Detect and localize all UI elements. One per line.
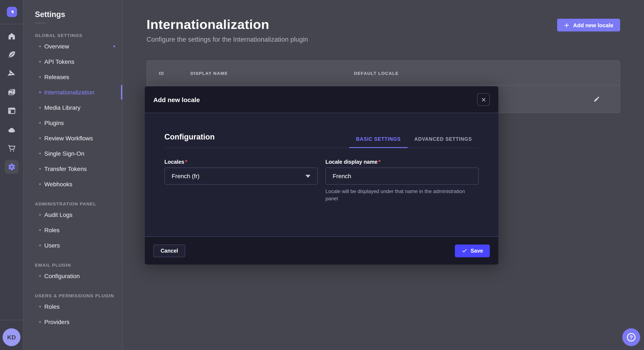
cancel-button[interactable]: Cancel [153, 244, 185, 257]
bullet-icon [39, 183, 41, 185]
locales-label: Locales* [164, 159, 318, 165]
bullet-icon [39, 245, 41, 246]
bullet-icon [39, 229, 41, 231]
sidebar-item-releases[interactable]: Releases [24, 69, 122, 85]
page-subtitle: Configure the settings for the Internati… [146, 36, 620, 43]
required-asterisk: * [184, 159, 187, 165]
nav-section-label: USERS & PERMISSIONS PLUGIN [24, 292, 122, 299]
close-modal-button[interactable] [477, 93, 490, 106]
content-feather-icon[interactable] [0, 47, 24, 62]
strapi-logo[interactable] [7, 7, 17, 17]
display-name-hint: Locale will be displayed under that name… [326, 188, 479, 202]
nav-section-label: ADMINISTRATION PANEL [24, 200, 122, 207]
rail-divider [0, 24, 24, 24]
bullet-icon [39, 122, 41, 124]
help-button[interactable]: ? [622, 328, 640, 346]
main-nav-rail: KD [0, 0, 24, 350]
column-header-id: ID [159, 70, 190, 75]
strapi-admin: KD Settings GLOBAL SETTINGS Overview API… [0, 0, 644, 350]
edit-locale-button[interactable] [593, 96, 600, 103]
configuration-title: Configuration [164, 133, 215, 148]
add-new-locale-button[interactable]: Add new locale [557, 19, 620, 31]
settings-subnav: Settings GLOBAL SETTINGS Overview API To… [24, 0, 123, 350]
sidebar-item-internationalization[interactable]: Internationalization [24, 85, 122, 100]
sidebar-item-roles[interactable]: Roles [24, 222, 122, 238]
add-locale-modal: Add new locale Configuration BASIC SETTI… [145, 86, 498, 265]
bullet-icon [39, 214, 41, 216]
sidebar-item-overview[interactable]: Overview [24, 39, 122, 54]
sidebar-item-users[interactable]: Users [24, 238, 122, 253]
pencil-icon [593, 96, 600, 103]
content-manager-layout-icon[interactable] [0, 103, 24, 118]
cloud-icon[interactable] [0, 123, 24, 137]
modal-footer: Cancel Save [145, 236, 498, 265]
sidebar-item-transfer-tokens[interactable]: Transfer Tokens [24, 161, 122, 176]
column-header-default-locale: DEFAULT LOCALE [354, 70, 620, 75]
check-icon [462, 248, 467, 253]
display-name-label: Locale display name* [326, 159, 479, 165]
subnav-title-underline [35, 22, 46, 23]
required-asterisk: * [378, 159, 380, 165]
active-indicator [121, 85, 122, 100]
bullet-icon [39, 321, 41, 323]
save-button[interactable]: Save [455, 244, 490, 257]
sidebar-item-api-tokens[interactable]: API Tokens [24, 54, 122, 69]
chevron-down-icon [306, 175, 310, 177]
plus-icon [564, 22, 570, 28]
sidebar-item-webhooks[interactable]: Webhooks [24, 176, 122, 192]
page-header: Internationalization Configure the setti… [146, 17, 620, 43]
configuration-header-row: Configuration BASIC SETTINGS ADVANCED SE… [164, 133, 479, 148]
modal-header: Add new locale [145, 86, 498, 113]
sidebar-item-media-library[interactable]: Media Library [24, 100, 122, 115]
sidebar-item-up-roles[interactable]: Roles [24, 299, 122, 314]
nav-section-admin-panel: ADMINISTRATION PANEL Audit Logs Roles Us… [24, 200, 122, 253]
tab-basic-settings[interactable]: BASIC SETTINGS [349, 137, 408, 148]
bullet-icon [39, 275, 41, 277]
bullet-icon [39, 306, 41, 308]
modal-fields: Locales* French (fr) Locale display name… [164, 159, 479, 202]
nav-section-users-permissions: USERS & PERMISSIONS PLUGIN Roles Provide… [24, 292, 122, 330]
bullet-icon [39, 45, 41, 47]
bullet-icon [39, 137, 41, 139]
sidebar-item-plugins[interactable]: Plugins [24, 115, 122, 131]
page-title: Internationalization [146, 17, 620, 32]
sidebar-item-review-workflows[interactable]: Review Workflows [24, 131, 122, 146]
column-header-display-name: DISPLAY NAME [190, 70, 354, 75]
sidebar-item-configuration[interactable]: Configuration [24, 268, 122, 284]
sidebar-item-providers[interactable]: Providers [24, 314, 122, 330]
bullet-icon [39, 107, 41, 108]
bullet-icon [39, 91, 41, 93]
modal-title: Add new locale [153, 96, 200, 103]
locales-field: Locales* French (fr) [164, 159, 318, 202]
tab-advanced-settings[interactable]: ADVANCED SETTINGS [408, 137, 479, 148]
nav-section-label: EMAIL PLUGIN [24, 262, 122, 268]
locales-select[interactable]: French (fr) [164, 168, 318, 184]
display-name-field: Locale display name* Locale will be disp… [326, 159, 479, 202]
display-name-input[interactable] [326, 168, 479, 184]
nav-section-email-plugin: EMAIL PLUGIN Configuration [24, 262, 122, 284]
sidebar-item-single-sign-on[interactable]: Single Sign-On [24, 146, 122, 161]
notification-dot [113, 45, 115, 47]
user-avatar[interactable]: KD [2, 328, 20, 346]
help-icon: ? [627, 333, 636, 342]
strapi-logo-icon [9, 9, 15, 15]
home-icon[interactable] [0, 29, 24, 43]
media-library-icon[interactable] [0, 85, 24, 100]
bullet-icon [39, 76, 41, 78]
deploy-send-icon[interactable] [0, 66, 24, 81]
bullet-icon [39, 153, 41, 154]
nav-section-label: GLOBAL SETTINGS [24, 32, 122, 39]
table-header-row: ID DISPLAY NAME DEFAULT LOCALE [147, 61, 620, 85]
sidebar-item-audit-logs[interactable]: Audit Logs [24, 207, 122, 222]
rail-bottom-divider [0, 320, 24, 320]
bullet-icon [39, 61, 41, 62]
marketplace-cart-icon[interactable] [0, 141, 24, 155]
close-icon [481, 97, 486, 102]
modal-body: Configuration BASIC SETTINGS ADVANCED SE… [145, 113, 498, 202]
nav-section-global: GLOBAL SETTINGS Overview API Tokens Rele… [24, 32, 122, 192]
bullet-icon [39, 168, 41, 170]
modal-tabs: BASIC SETTINGS ADVANCED SETTINGS [349, 137, 479, 148]
subnav-title: Settings [24, 0, 122, 19]
settings-gear-icon[interactable] [5, 160, 19, 174]
